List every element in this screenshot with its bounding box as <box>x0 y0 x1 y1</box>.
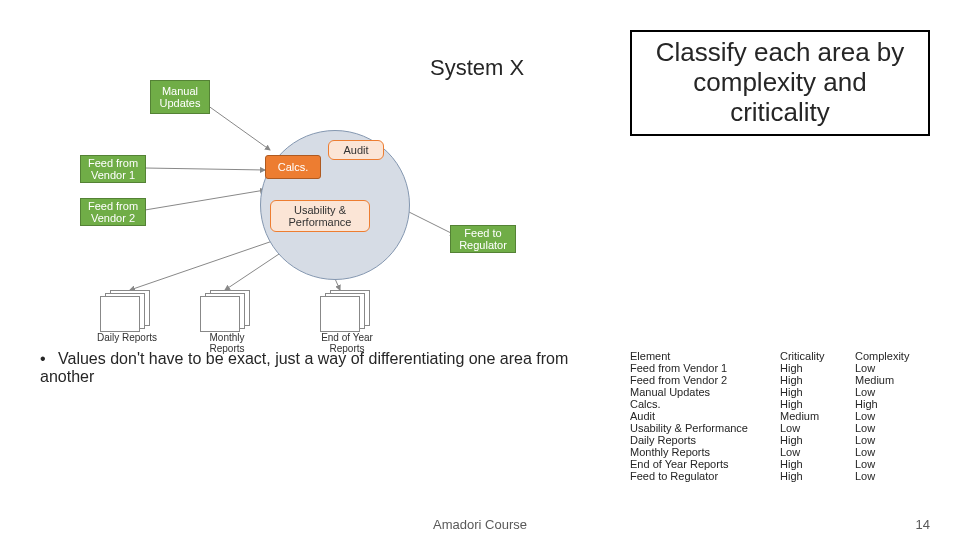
table-cell: Low <box>855 362 930 374</box>
table-cell: Monthly Reports <box>630 446 780 458</box>
table-cell: Feed to Regulator <box>630 470 780 482</box>
classification-table: Element Criticality Complexity Feed from… <box>630 350 930 482</box>
table-cell: High <box>855 398 930 410</box>
page-number: 14 <box>916 517 930 532</box>
table-cell: End of Year Reports <box>630 458 780 470</box>
table-row: Usability & PerformanceLowLow <box>630 422 930 434</box>
bullet-text: •Values don't have to be exact, just a w… <box>40 350 600 386</box>
stack-daily <box>100 290 156 332</box>
table-cell: Low <box>855 410 930 422</box>
node-feed-vendor-1: Feed from Vendor 1 <box>80 155 146 183</box>
svg-line-4 <box>130 235 290 290</box>
table-row: Feed from Vendor 1HighLow <box>630 362 930 374</box>
bullet-content: Values don't have to be exact, just a wa… <box>40 350 568 385</box>
node-feed-regulator: Feed to Regulator <box>450 225 516 253</box>
table-row: Manual UpdatesHighLow <box>630 386 930 398</box>
table-cell: Low <box>855 458 930 470</box>
table-cell: Low <box>855 422 930 434</box>
th-complexity: Complexity <box>855 350 930 362</box>
headline-box: Classify each area by complexity and cri… <box>630 30 930 136</box>
node-feed-vendor-2: Feed from Vendor 2 <box>80 198 146 226</box>
table-row: Daily ReportsHighLow <box>630 434 930 446</box>
label-daily: Daily Reports <box>92 332 162 343</box>
table-cell: High <box>780 434 855 446</box>
diagram: Manual Updates Feed from Vendor 1 Feed f… <box>40 40 600 340</box>
footer-text: Amadori Course <box>0 517 960 532</box>
table-cell: Feed from Vendor 1 <box>630 362 780 374</box>
table-cell: Low <box>780 422 855 434</box>
table-header: Element Criticality Complexity <box>630 350 930 362</box>
table-cell: Low <box>855 434 930 446</box>
table-cell: Low <box>855 446 930 458</box>
table-cell: Manual Updates <box>630 386 780 398</box>
svg-line-1 <box>145 168 265 170</box>
table-cell: High <box>780 398 855 410</box>
table-cell: High <box>780 386 855 398</box>
table-row: Feed to RegulatorHighLow <box>630 470 930 482</box>
table-cell: Calcs. <box>630 398 780 410</box>
table-row: End of Year ReportsHighLow <box>630 458 930 470</box>
stack-monthly <box>200 290 256 332</box>
table-cell: Low <box>780 446 855 458</box>
table-cell: High <box>780 374 855 386</box>
table-row: Monthly ReportsLowLow <box>630 446 930 458</box>
table-cell: Audit <box>630 410 780 422</box>
table-row: AuditMediumLow <box>630 410 930 422</box>
th-criticality: Criticality <box>780 350 855 362</box>
table-cell: High <box>780 362 855 374</box>
table-cell: Feed from Vendor 2 <box>630 374 780 386</box>
svg-line-2 <box>145 190 265 210</box>
th-element: Element <box>630 350 780 362</box>
table-cell: Low <box>855 470 930 482</box>
table-row: Calcs.HighHigh <box>630 398 930 410</box>
stack-eoy <box>320 290 376 332</box>
table-cell: Usability & Performance <box>630 422 780 434</box>
table-cell: Medium <box>780 410 855 422</box>
svg-line-0 <box>200 100 270 150</box>
node-usability: Usability & Performance <box>270 200 370 232</box>
node-manual-updates: Manual Updates <box>150 80 210 114</box>
table-cell: Daily Reports <box>630 434 780 446</box>
table-cell: Medium <box>855 374 930 386</box>
table-cell: High <box>780 458 855 470</box>
node-calcs: Calcs. <box>265 155 321 179</box>
table-cell: High <box>780 470 855 482</box>
table-row: Feed from Vendor 2HighMedium <box>630 374 930 386</box>
table-cell: Low <box>855 386 930 398</box>
node-audit: Audit <box>328 140 384 160</box>
